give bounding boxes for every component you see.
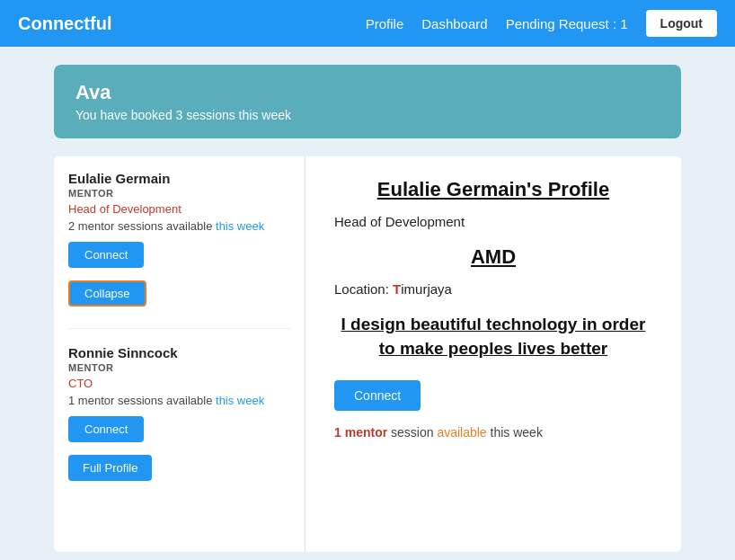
location-rest: imurjaya [401, 281, 452, 297]
mentor-1-name: Eulalie Germain [68, 171, 290, 186]
mentor-sidebar: Eulalie Germain MENTOR Head of Developme… [54, 156, 306, 552]
nav-profile[interactable]: Profile [366, 16, 404, 31]
session-num: 1 [334, 425, 341, 440]
location-label: Location: [334, 281, 393, 297]
mentor-1-sessions-week: this week [216, 219, 264, 233]
mentor-2-actions: Connect Full Profile [68, 416, 290, 481]
mentor-2-connect-button[interactable]: Connect [68, 416, 144, 442]
mentor-2-full-profile-button[interactable]: Full Profile [68, 455, 152, 481]
mentor-2-sessions-pre: 1 mentor sessions available [68, 394, 216, 407]
logout-button[interactable]: Logout [646, 10, 717, 37]
profile-connect-wrapper: Connect [334, 380, 652, 425]
mentor-1-role: MENTOR [68, 188, 290, 199]
mentor-2-role: MENTOR [68, 362, 290, 373]
welcome-banner: Ava You have booked 3 sessions this week [54, 65, 681, 138]
mentor-1-collapse-button[interactable]: Collapse [68, 280, 146, 307]
session-text-rest: session [391, 425, 437, 440]
main-nav: Profile Dashboard Pending Request : 1 Lo… [366, 10, 717, 37]
main-content: Ava You have booked 3 sessions this week… [0, 47, 735, 560]
content-area: Eulalie Germain MENTOR Head of Developme… [54, 156, 681, 552]
profile-sessions: 1 mentor session available this week [334, 425, 652, 440]
mentor-2-sessions-week: this week [216, 394, 264, 407]
nav-pending[interactable]: Pending Request : 1 [506, 16, 628, 31]
profile-role: Head of Development [334, 214, 652, 229]
mentor-2-title: CTO [68, 377, 290, 390]
profile-company: AMD [334, 245, 652, 269]
mentor-1-title: Head of Development [68, 202, 290, 216]
profile-tagline: I design beautiful technology in order t… [334, 313, 652, 360]
mentor-1-sessions: 2 mentor sessions available this week [68, 219, 290, 233]
profile-detail: Eulalie Germain's Profile Head of Develo… [306, 156, 681, 552]
mentor-2-name: Ronnie Sinncock [68, 345, 290, 360]
session-text-end: this week [491, 425, 543, 440]
nav-dashboard[interactable]: Dashboard [421, 16, 487, 31]
mentor-card-2: Ronnie Sinncock MENTOR CTO 1 mentor sess… [68, 345, 290, 481]
session-available-text: available [437, 425, 486, 440]
profile-title: Eulalie Germain's Profile [334, 178, 652, 201]
mentor-divider [68, 328, 290, 329]
session-mentor-text: mentor [345, 425, 387, 440]
mentor-1-actions: Connect Collapse [68, 242, 290, 307]
user-name: Ava [75, 81, 660, 104]
profile-connect-button[interactable]: Connect [334, 380, 421, 411]
profile-location: Location: Timurjaya [334, 281, 652, 297]
mentor-1-sessions-pre: 2 mentor sessions available [68, 219, 216, 233]
mentor-card-1: Eulalie Germain MENTOR Head of Developme… [68, 171, 290, 307]
app-logo: Connectful [18, 13, 111, 34]
mentor-2-sessions: 1 mentor sessions available this week [68, 394, 290, 407]
mentor-1-connect-button[interactable]: Connect [68, 242, 144, 268]
location-highlight: T [393, 281, 401, 297]
banner-subtitle: You have booked 3 sessions this week [75, 108, 660, 122]
